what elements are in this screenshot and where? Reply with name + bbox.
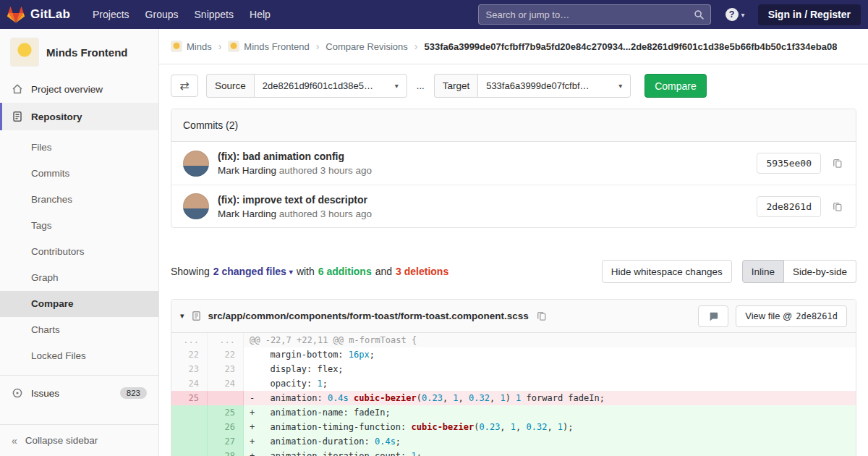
- help-menu-button[interactable]: ? ▾: [726, 8, 745, 21]
- source-revision-dropdown[interactable]: 2de8261d9f601c1d38e5… ▾: [254, 74, 407, 98]
- commit-sha-button[interactable]: 2de8261d: [757, 196, 821, 217]
- diff-row: 26+ animation-timing-function: cubic-bez…: [171, 420, 856, 434]
- diff-view-controls: Hide whitespace changes Inline Side-by-s…: [602, 260, 856, 283]
- old-line-number[interactable]: 24: [171, 376, 208, 391]
- new-line-number[interactable]: 25: [208, 405, 244, 420]
- commit-row: (fix): improve text of descriptorMark Ha…: [171, 185, 856, 227]
- compare-form: ⇄ Source 2de8261d9f601c1d38e5… ▾ ... Tar…: [159, 64, 868, 109]
- diff-stats-text: Showing 2 changed files ▾ with 6 additio…: [171, 266, 448, 277]
- copy-commit-sha-button[interactable]: [831, 200, 844, 214]
- code-segment: ,: [490, 393, 500, 403]
- gitlab-logo-link[interactable]: GitLab: [7, 7, 70, 23]
- sidebar-item-charts[interactable]: Charts: [0, 317, 158, 343]
- old-line-number[interactable]: [171, 449, 208, 456]
- commit-title-link[interactable]: (fix): improve text of descriptor: [218, 194, 748, 206]
- project-avatar[interactable]: [10, 38, 39, 67]
- commits-card: Commits (2) (fix): bad animation configM…: [171, 109, 856, 228]
- old-line-number[interactable]: 23: [171, 362, 208, 376]
- code-segment: [349, 393, 354, 403]
- changed-files-dropdown[interactable]: 2 changed files ▾: [213, 266, 293, 277]
- commit-sha-button[interactable]: 5935ee00: [757, 153, 821, 174]
- breadcrumb-label: Minds: [187, 41, 212, 52]
- sidebar-item-project-overview[interactable]: Project overview: [0, 75, 158, 103]
- inline-view-button[interactable]: Inline: [742, 260, 784, 283]
- nav-item-projects[interactable]: Projects: [85, 0, 137, 29]
- commit-row: (fix): bad animation configMark Harding …: [171, 142, 856, 185]
- old-line-number[interactable]: 25: [171, 391, 208, 405]
- home-icon: [12, 83, 23, 95]
- new-line-number[interactable]: 23: [208, 362, 244, 376]
- diff-code-line: + animation-name: fadeIn;: [244, 405, 856, 420]
- breadcrumb-group-link[interactable]: Minds: [171, 41, 212, 52]
- code-segment: margin-bottom:: [260, 350, 349, 360]
- copy-file-path-button[interactable]: [535, 309, 548, 323]
- new-line-number[interactable]: 28: [208, 449, 244, 456]
- project-avatar-small: [228, 41, 239, 52]
- new-line-number[interactable]: [208, 391, 244, 405]
- code-segment: opacity:: [260, 379, 317, 389]
- collapse-diff-caret[interactable]: ▾: [180, 311, 184, 321]
- copy-commit-sha-button[interactable]: [831, 156, 844, 170]
- source-revision-value: 2de8261d9f601c1d38e5…: [263, 80, 373, 91]
- swap-icon: ⇄: [179, 80, 189, 92]
- diff-line-marker: +: [250, 420, 260, 434]
- old-line-number[interactable]: [171, 405, 208, 420]
- commit-author-link[interactable]: Mark Harding: [218, 208, 276, 219]
- sidebar-item-label: Project overview: [31, 84, 103, 95]
- new-line-number[interactable]: 26: [208, 420, 244, 434]
- old-line-number[interactable]: [171, 434, 208, 449]
- sidebar-item-issues[interactable]: Issues 823: [0, 379, 158, 407]
- gitlab-tanuki-icon: [7, 7, 25, 23]
- hide-whitespace-button[interactable]: Hide whitespace changes: [602, 260, 732, 283]
- new-line-number[interactable]: 27: [208, 434, 244, 449]
- commit-meta: Mark Harding authored 3 hours ago: [218, 208, 748, 219]
- source-group: Source 2de8261d9f601c1d38e5… ▾: [206, 74, 407, 98]
- file-path-link[interactable]: src/app/common/components/form-toast/for…: [208, 311, 529, 321]
- search-input[interactable]: [478, 4, 711, 25]
- sidebar-item-contributors[interactable]: Contributors: [0, 239, 158, 265]
- sidebar-item-repository[interactable]: Repository: [0, 103, 158, 130]
- commit-author-avatar[interactable]: [183, 193, 209, 219]
- diff-table: ......@@ -22,7 +22,11 @@ m-formToast {22…: [171, 333, 856, 456]
- new-line-number[interactable]: 24: [208, 376, 244, 391]
- breadcrumb-label: Compare Revisions: [326, 41, 407, 52]
- sidebar-item-locked-files[interactable]: Locked Files: [0, 343, 158, 369]
- diff-line-marker: +: [250, 449, 260, 456]
- target-group: Target 533fa6a3999de07fcfbf… ▾: [434, 74, 631, 98]
- commit-author-link[interactable]: Mark Harding: [218, 165, 276, 176]
- commit-title-link[interactable]: (fix): bad animation config: [218, 151, 748, 162]
- diff-code-line: + animation-iteration-count: 1;: [244, 449, 856, 456]
- toggle-comments-button[interactable]: [698, 305, 728, 327]
- compare-button[interactable]: Compare: [644, 74, 707, 98]
- breadcrumb-project-link[interactable]: Minds Frontend: [228, 41, 309, 52]
- nav-item-help[interactable]: Help: [242, 0, 278, 29]
- sidebar-item-graph[interactable]: Graph: [0, 265, 158, 291]
- issues-icon: [12, 387, 23, 399]
- breadcrumb-compare-link[interactable]: Compare Revisions: [326, 41, 407, 52]
- side-by-side-view-button[interactable]: Side-by-side: [784, 260, 856, 283]
- repository-icon: [12, 111, 23, 122]
- nav-item-groups[interactable]: Groups: [137, 0, 187, 29]
- nav-item-snippets[interactable]: Snippets: [187, 0, 242, 29]
- view-file-button[interactable]: View file @ 2de8261d: [736, 305, 847, 327]
- old-line-number[interactable]: [171, 420, 208, 434]
- sidebar-item-compare[interactable]: Compare: [0, 291, 158, 317]
- sidebar-item-tags[interactable]: Tags: [0, 213, 158, 239]
- sidebar-item-commits[interactable]: Commits: [0, 161, 158, 187]
- project-name-link[interactable]: Minds Frontend: [46, 46, 128, 59]
- commit-authored-text: authored 3 hours ago: [276, 165, 372, 176]
- new-line-number[interactable]: 22: [208, 347, 244, 362]
- diff-line-marker: [250, 362, 260, 376]
- sidebar-item-branches[interactable]: Branches: [0, 187, 158, 213]
- target-revision-dropdown[interactable]: 533fa6a3999de07fcfbf… ▾: [477, 74, 631, 98]
- sign-in-register-button[interactable]: Sign in / Register: [758, 4, 861, 25]
- code-segment: 0.4s: [328, 393, 349, 403]
- code-segment: ,: [500, 422, 510, 432]
- old-line-number[interactable]: 22: [171, 347, 208, 362]
- commit-author-avatar[interactable]: [183, 151, 209, 177]
- swap-revisions-button[interactable]: ⇄: [171, 75, 198, 97]
- code-segment: forward fadeIn;: [521, 393, 605, 403]
- diff-line-marker: +: [250, 434, 260, 449]
- sidebar-item-files[interactable]: Files: [0, 135, 158, 161]
- collapse-sidebar-button[interactable]: « Collapse sidebar: [0, 424, 158, 456]
